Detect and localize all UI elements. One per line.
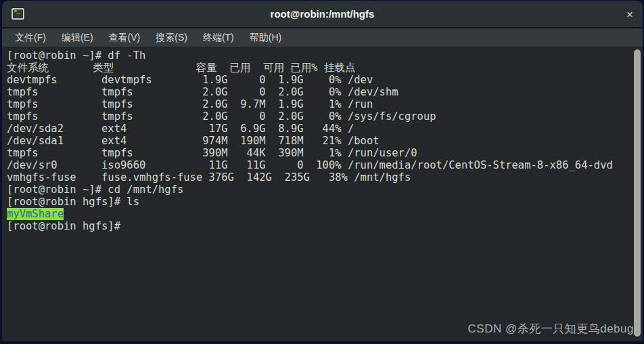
terminal-line: 文件系统 类型 容量 已用 可用 已用% 挂载点	[7, 62, 643, 74]
terminal-output: [root@robin ~]# df -Th文件系统 类型 容量 已用 可用 已…	[2, 47, 643, 232]
terminal-line: [root@robin hgfs]# ls	[7, 196, 643, 208]
terminal-line: /dev/sda2 ext4 17G 6.9G 8.9G 44% /	[7, 123, 643, 135]
highlighted-directory[interactable]: myVmShare	[7, 208, 64, 220]
terminal-line: [root@robin ~]# df -Th	[7, 49, 643, 62]
watermark: CSDN @杀死一只知更鸟debug	[468, 321, 634, 337]
menu-terminal[interactable]: 终端(T)	[196, 29, 241, 47]
menu-view[interactable]: 查看(V)	[102, 29, 147, 47]
terminal-window: >_ root@robin:/mnt/hgfs × 文件(F) 编辑(E) 查看…	[2, 1, 643, 341]
terminal-line: tmpfs tmpfs 390M 44K 390M 1% /run/user/0	[7, 147, 643, 159]
close-icon[interactable]: ×	[626, 8, 633, 20]
menu-search[interactable]: 搜索(S)	[149, 29, 194, 47]
terminal-line: tmpfs tmpfs 2.0G 0 2.0G 0% /dev/shm	[7, 86, 643, 98]
terminal-prompt-glyph: >_	[14, 7, 20, 14]
terminal-line: [root@robin ~]# cd /mnt/hgfs	[7, 184, 643, 196]
terminal-line: [root@robin hgfs]#	[7, 220, 643, 232]
terminal-line: myVmShare	[7, 208, 643, 220]
scrollbar-thumb[interactable]	[634, 49, 641, 337]
terminal-line: tmpfs tmpfs 2.0G 0 2.0G 0% /sys/fs/cgrou…	[7, 110, 643, 123]
menu-help[interactable]: 帮助(H)	[243, 29, 288, 47]
terminal-line: /dev/sda1 ext4 974M 190M 718M 21% /boot	[7, 135, 643, 147]
terminal-line: tmpfs tmpfs 2.0G 9.7M 1.9G 1% /run	[7, 98, 643, 110]
menu-file[interactable]: 文件(F)	[8, 29, 53, 47]
terminal-line: vmhgfs-fuse fuse.vmhgfs-fuse 376G 142G 2…	[7, 171, 643, 184]
menu-bar: 文件(F) 编辑(E) 查看(V) 搜索(S) 终端(T) 帮助(H)	[2, 28, 643, 47]
terminal-viewport[interactable]: [root@robin ~]# df -Th文件系统 类型 容量 已用 可用 已…	[2, 47, 643, 341]
window-title: root@robin:/mnt/hgfs	[2, 8, 643, 20]
titlebar[interactable]: >_ root@robin:/mnt/hgfs ×	[2, 1, 643, 28]
terminal-line: /dev/sr0 iso9660 11G 11G 0 100% /run/med…	[7, 159, 643, 171]
terminal-app-icon: >_	[12, 8, 24, 20]
terminal-line: devtmpfs devtmpfs 1.9G 0 1.9G 0% /dev	[7, 74, 643, 86]
menu-edit[interactable]: 编辑(E)	[55, 29, 100, 47]
